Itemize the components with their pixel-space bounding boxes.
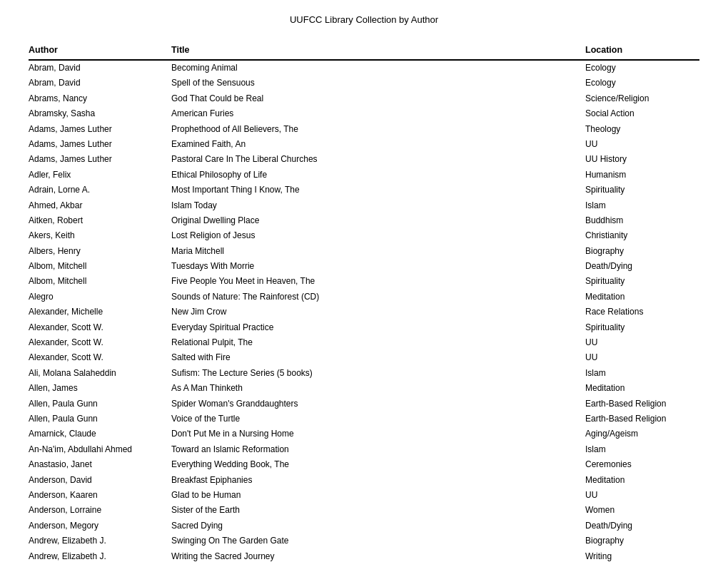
table-row: Anderson, MegorySacred DyingDeath/Dying (29, 518, 699, 533)
table-row: Adams, James LutherExamined Faith, AnUU (29, 137, 699, 152)
cell-location: Earth-Based Religion (585, 397, 699, 412)
cell-title: American Furies (171, 106, 585, 121)
cell-title: Relational Pulpit, The (171, 335, 585, 350)
table-row: Akers, KeithLost Religion of JesusChrist… (29, 228, 699, 243)
table-row: Albom, MitchellTuesdays With MorrieDeath… (29, 259, 699, 274)
cell-location: Death/Dying (585, 259, 699, 274)
cell-location: UU (585, 488, 699, 503)
table-row: An-Na'im, Abdullahi AhmedToward an Islam… (29, 442, 699, 457)
cell-author: An-Na'im, Abdullahi Ahmed (29, 442, 171, 457)
table-row: Abram, DavidBecoming AnimalEcology (29, 60, 699, 76)
cell-title: Prophethood of All Believers, The (171, 122, 585, 137)
cell-title: Sufism: The Lecture Series (5 books) (171, 366, 585, 381)
cell-location: Spirituality (585, 320, 699, 335)
cell-location: Social Action (585, 106, 699, 121)
table-row: Allen, Paula GunnSpider Woman's Granddau… (29, 397, 699, 412)
cell-title: Don't Put Me in a Nursing Home (171, 426, 585, 441)
cell-title: Lost Religion of Jesus (171, 228, 585, 243)
cell-location: Meditation (585, 290, 699, 305)
cell-location: UU (585, 350, 699, 365)
cell-author: Abrams, Nancy (29, 91, 171, 106)
cell-author: Ahmed, Akbar (29, 198, 171, 213)
table-row: Adrain, Lorne A.Most Important Thing I K… (29, 183, 699, 198)
table-row: Amarnick, ClaudeDon't Put Me in a Nursin… (29, 426, 699, 441)
cell-location: Spirituality (585, 274, 699, 289)
table-row: Adler, FelixEthical Philosophy of LifeHu… (29, 168, 699, 183)
table-row: Anastasio, JanetEverything Wedding Book,… (29, 457, 699, 472)
cell-location: Biography (585, 244, 699, 259)
cell-author: Alexander, Scott W. (29, 320, 171, 335)
cell-title: Examined Faith, An (171, 137, 585, 152)
cell-title: Pastoral Care In The Liberal Churches (171, 152, 585, 167)
table-row: Abram, DavidSpell of the SensuousEcology (29, 76, 699, 91)
cell-author: Andrew, Elizabeth J. (29, 533, 171, 548)
cell-title: Breakfast Epiphanies (171, 473, 585, 488)
cell-author: Ali, Molana Salaheddin (29, 366, 171, 381)
table-row: Alexander, Scott W.Everyday Spiritual Pr… (29, 320, 699, 335)
cell-title: Maria Mitchell (171, 244, 585, 259)
cell-author: Adams, James Luther (29, 137, 171, 152)
cell-location: UU (585, 335, 699, 350)
cell-location: Ecology (585, 60, 699, 76)
table-row: Aitken, RobertOriginal Dwelling PlaceBud… (29, 213, 699, 228)
cell-author: Anderson, Kaaren (29, 488, 171, 503)
table-row: Adams, James LutherPastoral Care In The … (29, 152, 699, 167)
cell-title: Original Dwelling Place (171, 213, 585, 228)
table-row: Albers, HenryMaria MitchellBiography (29, 244, 699, 259)
cell-author: Albom, Mitchell (29, 259, 171, 274)
cell-location: Buddhism (585, 213, 699, 228)
col-header-title: Title (171, 42, 585, 60)
cell-location: Islam (585, 366, 699, 381)
cell-location: Ceremonies (585, 457, 699, 472)
cell-author: Albom, Mitchell (29, 274, 171, 289)
cell-title: Ethical Philosophy of Life (171, 168, 585, 183)
cell-title: New Jim Crow (171, 305, 585, 320)
page-title: UUFCC Library Collection by Author (29, 14, 699, 25)
cell-location: Writing (585, 549, 699, 563)
table-row: Adams, James LutherProphethood of All Be… (29, 122, 699, 137)
cell-author: Adler, Felix (29, 168, 171, 183)
cell-title: Becoming Animal (171, 60, 585, 76)
table-row: Ahmed, AkbarIslam TodayIslam (29, 198, 699, 213)
table-row: Allen, JamesAs A Man ThinkethMeditation (29, 381, 699, 396)
cell-author: Albers, Henry (29, 244, 171, 259)
cell-location: UU History (585, 152, 699, 167)
cell-author: Akers, Keith (29, 228, 171, 243)
cell-author: Anderson, Lorraine (29, 503, 171, 518)
cell-location: Ecology (585, 76, 699, 91)
cell-author: Anderson, Megory (29, 518, 171, 533)
cell-location: Earth-Based Religion (585, 412, 699, 426)
cell-author: Alegro (29, 290, 171, 305)
table-row: Alexander, Scott W.Salted with FireUU (29, 350, 699, 365)
col-header-author: Author (29, 42, 171, 60)
cell-author: Adams, James Luther (29, 122, 171, 137)
cell-location: Science/Religion (585, 91, 699, 106)
cell-title: Islam Today (171, 198, 585, 213)
cell-title: Tuesdays With Morrie (171, 259, 585, 274)
cell-location: Islam (585, 442, 699, 457)
cell-location: Women (585, 503, 699, 518)
cell-title: Most Important Thing I Know, The (171, 183, 585, 198)
table-row: Anderson, LorraineSister of the EarthWom… (29, 503, 699, 518)
cell-author: Aitken, Robert (29, 213, 171, 228)
cell-author: Abram, David (29, 76, 171, 91)
cell-title: Sister of the Earth (171, 503, 585, 518)
cell-location: Spirituality (585, 183, 699, 198)
cell-title: Voice of the Turtle (171, 412, 585, 426)
cell-author: Allen, Paula Gunn (29, 397, 171, 412)
cell-author: Abramsky, Sasha (29, 106, 171, 121)
cell-location: Death/Dying (585, 518, 699, 533)
cell-title: Glad to be Human (171, 488, 585, 503)
cell-title: Sounds of Nature: The Rainforest (CD) (171, 290, 585, 305)
col-header-location: Location (585, 42, 699, 60)
cell-title: As A Man Thinketh (171, 381, 585, 396)
cell-author: Anderson, David (29, 473, 171, 488)
table-row: AlegroSounds of Nature: The Rainforest (… (29, 290, 699, 305)
table-row: Anderson, KaarenGlad to be HumanUU (29, 488, 699, 503)
cell-author: Alexander, Scott W. (29, 335, 171, 350)
cell-location: Race Relations (585, 305, 699, 320)
cell-location: Biography (585, 533, 699, 548)
cell-title: Sacred Dying (171, 518, 585, 533)
cell-author: Adrain, Lorne A. (29, 183, 171, 198)
cell-location: Meditation (585, 381, 699, 396)
